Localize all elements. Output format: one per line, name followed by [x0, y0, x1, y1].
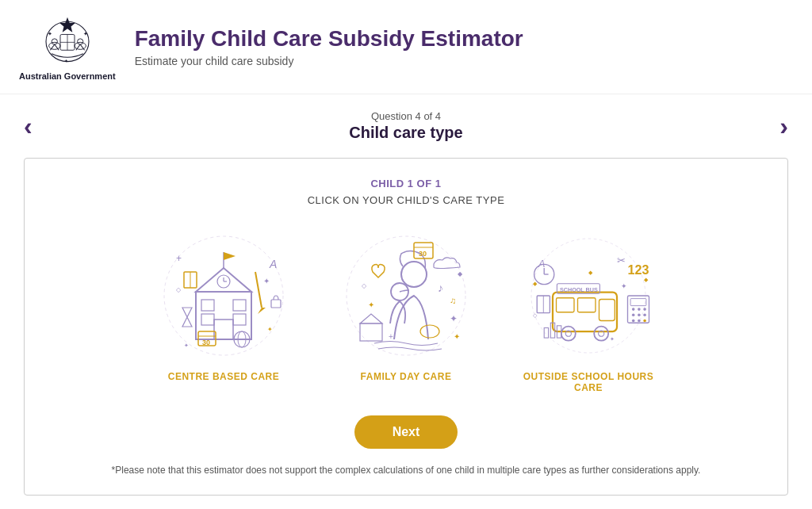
svg-marker-33 [258, 308, 266, 314]
family-day-care-label: FAMILY DAY CARE [361, 371, 452, 382]
svg-rect-19 [214, 320, 233, 339]
svg-rect-66 [557, 298, 575, 312]
svg-point-89 [643, 320, 646, 323]
svg-point-85 [638, 314, 641, 317]
question-info: Question 4 of 4 Child care type [349, 110, 462, 142]
svg-text:+: + [389, 332, 393, 341]
svg-text:30: 30 [419, 250, 427, 258]
svg-point-88 [638, 320, 641, 323]
svg-rect-23 [233, 314, 246, 325]
header-title-area: Family Child Care Subsidy Estimator Esti… [135, 26, 523, 67]
svg-rect-68 [599, 300, 615, 321]
header-logo: ✦ ✦ ✦ Australian Government [19, 13, 116, 81]
centre-based-care-icon: 30 ✦ ◇ ✦ ✦ A + [152, 228, 295, 363]
coat-of-arms-icon: ✦ ✦ ✦ [39, 13, 96, 70]
svg-text:✦: ✦ [610, 335, 615, 343]
svg-text:✦: ✦ [267, 326, 273, 333]
svg-marker-25 [224, 252, 236, 260]
svg-point-81 [632, 308, 635, 311]
svg-text:✦: ✦ [621, 282, 627, 290]
svg-rect-46 [271, 300, 281, 308]
svg-rect-22 [201, 314, 214, 325]
svg-text:✦: ✦ [184, 343, 189, 348]
svg-text:A: A [538, 258, 545, 270]
svg-text:SCHOOL BUS: SCHOOL BUS [560, 286, 598, 293]
care-options: 30 ✦ ◇ ✦ ✦ A + [44, 228, 768, 393]
svg-rect-57 [360, 323, 382, 341]
question-label: Question 4 of 4 [349, 110, 462, 122]
svg-text:✦: ✦ [48, 30, 52, 37]
svg-text:✦: ✦ [368, 300, 374, 309]
svg-point-61 [420, 325, 439, 338]
svg-point-69 [561, 327, 576, 341]
svg-point-87 [632, 320, 635, 323]
svg-text:123: 123 [628, 262, 649, 277]
svg-line-32 [255, 272, 262, 308]
svg-rect-67 [578, 298, 596, 312]
logo-text: Australian Government [19, 71, 116, 81]
svg-text:✦: ✦ [450, 313, 458, 324]
next-button-area: Next [44, 415, 768, 449]
svg-text:30: 30 [202, 339, 210, 346]
svg-rect-20 [201, 300, 214, 311]
page-subtitle: Estimate your child care subsidy [135, 55, 523, 67]
prev-arrow[interactable]: ‹ [24, 113, 33, 139]
svg-marker-58 [360, 314, 382, 323]
svg-marker-39 [182, 308, 192, 327]
svg-text:♪: ♪ [438, 281, 443, 294]
outside-school-hours-care-icon: SCHOOL BUS 123 [517, 228, 660, 363]
next-arrow[interactable]: › [779, 113, 788, 139]
outside-school-hours-care-option[interactable]: SCHOOL BUS 123 [509, 228, 668, 393]
svg-marker-1 [59, 17, 75, 33]
instruction-label: CLICK ON YOUR CHILD'S CARE TYPE [44, 194, 768, 206]
child-label: CHILD 1 OF 1 [44, 178, 768, 189]
svg-text:◇: ◇ [362, 282, 367, 289]
svg-point-82 [638, 308, 641, 311]
footer-note: *Please note that this estimator does no… [44, 465, 768, 476]
svg-point-84 [632, 314, 635, 317]
main-card: CHILD 1 OF 1 CLICK ON YOUR CHILD'S CARE … [24, 158, 788, 496]
family-day-care-option[interactable]: 30 ♪ ♫ ✦ ✦ ◆ ◇ [327, 228, 485, 393]
question-navigation: ‹ Question 4 of 4 Child care type › [0, 94, 812, 150]
svg-point-47 [347, 236, 465, 355]
svg-text:✦: ✦ [64, 58, 68, 63]
svg-text:✦: ✦ [83, 30, 88, 37]
svg-point-2 [48, 42, 59, 49]
svg-point-3 [52, 39, 57, 44]
svg-text:◆: ◆ [588, 269, 593, 276]
svg-point-71 [594, 327, 608, 341]
outside-school-hours-care-label: OUTSIDE SCHOOL HOURS CARE [509, 371, 668, 393]
svg-rect-80 [630, 299, 646, 306]
family-day-care-icon: 30 ♪ ♫ ✦ ✦ ◆ ◇ [335, 228, 477, 363]
svg-point-6 [75, 42, 86, 49]
next-button[interactable]: Next [354, 415, 458, 449]
svg-text:+: + [176, 253, 182, 264]
svg-text:A: A [269, 258, 277, 270]
centre-based-care-option[interactable]: 30 ✦ ◇ ✦ ✦ A + [144, 228, 303, 393]
svg-rect-21 [233, 300, 246, 311]
svg-text:◆: ◆ [458, 270, 463, 277]
svg-point-86 [643, 314, 646, 317]
svg-text:✦: ✦ [454, 332, 460, 341]
centre-based-care-label: CENTRE BASED CARE [168, 371, 280, 382]
svg-text:◇: ◇ [176, 286, 182, 293]
svg-text:✂: ✂ [617, 255, 626, 266]
page-title: Family Child Care Subsidy Estimator [135, 26, 523, 52]
question-title: Child care type [349, 124, 462, 142]
svg-text:✦: ✦ [263, 277, 270, 285]
svg-point-7 [77, 39, 82, 44]
svg-text:♫: ♫ [450, 296, 456, 305]
svg-point-83 [643, 308, 646, 311]
svg-text:◆: ◆ [644, 276, 649, 283]
svg-point-48 [401, 262, 427, 287]
header: ✦ ✦ ✦ Australian Government Family Child… [0, 0, 812, 94]
